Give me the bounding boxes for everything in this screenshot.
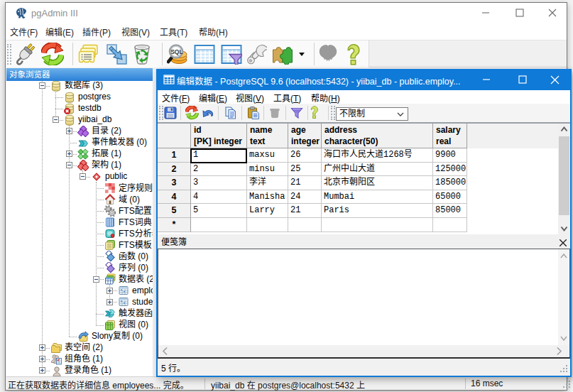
svg-text:SQL: SQL [170, 48, 182, 55]
